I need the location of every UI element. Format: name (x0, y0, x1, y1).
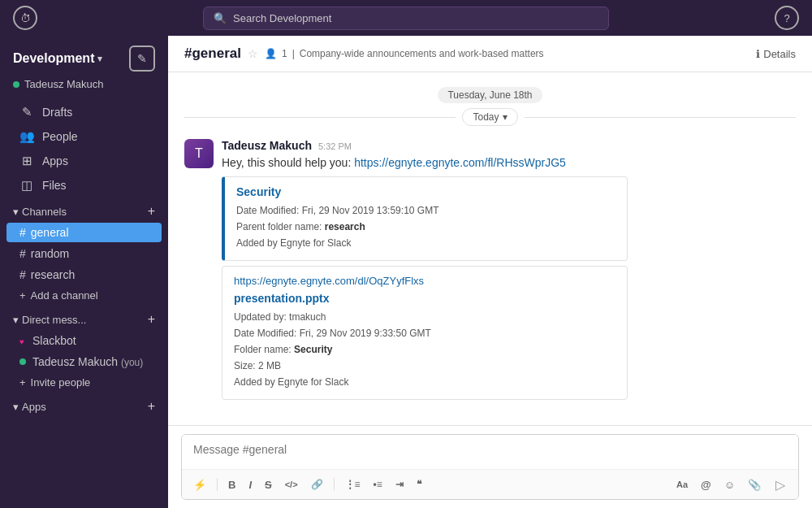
search-icon: 🔍 (214, 12, 227, 24)
channel-item-research[interactable]: # research (6, 265, 162, 284)
member-count: 1 (282, 48, 287, 59)
channel-item-random[interactable]: # random (6, 244, 162, 263)
sidebar: Development ▾ ✎ Tadeusz Makuch ✎ Drafts … (0, 36, 168, 508)
main-content: #general ☆ 👤 1 | Company-wide announceme… (168, 36, 812, 508)
sidebar-item-apps[interactable]: ⊞ Apps (6, 150, 162, 172)
lightning-button[interactable]: ⚡ (188, 475, 211, 494)
link-button[interactable]: 🔗 (306, 475, 328, 493)
workspace-label: Development (13, 51, 94, 66)
people-icon: 👥 (19, 129, 34, 144)
dm-section-left: ▾ Direct mess... (13, 314, 86, 326)
dm-item-slackbot[interactable]: ♥ Slackbot (6, 331, 162, 350)
message-link[interactable]: https://egnyte.egnyte.com/fl/RHssWprJG5 (354, 156, 566, 169)
attachment-link-2[interactable]: https://egnyte.egnyte.com/dl/OqZYyfFlxs (234, 275, 615, 287)
online-status-dot (13, 81, 19, 88)
indent-button[interactable]: ⇥ (391, 475, 408, 493)
attachment-updated-by: Updated by: tmakuch (234, 310, 615, 324)
sidebar-item-label: Drafts (42, 106, 72, 119)
parent-folder-val: research (325, 221, 365, 232)
details-label: Details (763, 48, 796, 60)
dm-collapse-icon: ▾ (13, 314, 19, 326)
workspace-name[interactable]: Development ▾ (13, 51, 102, 66)
bold-button[interactable]: B (223, 475, 240, 494)
attachment-added-by-2: Added by Egnyte for Slack (234, 375, 615, 389)
dm-name: Slackbot (32, 334, 76, 347)
emoji-button[interactable]: ☺ (719, 475, 740, 494)
slackbot-heart-icon: ♥ (19, 337, 26, 344)
channel-name-heading: #general (184, 46, 241, 62)
dm-section-header[interactable]: ▾ Direct mess... + (0, 306, 168, 330)
sidebar-item-people[interactable]: 👥 People (6, 125, 162, 148)
add-channel-label: Add a channel (31, 289, 98, 302)
online-dot (19, 358, 26, 365)
attach-button[interactable]: 📎 (743, 475, 766, 494)
attachment-file-title[interactable]: presentation.pptx (234, 292, 615, 305)
mention-button[interactable]: @ (696, 475, 716, 494)
channel-header-left: #general ☆ 👤 1 | Company-wide announceme… (184, 46, 544, 62)
channel-header: #general ☆ 👤 1 | Company-wide announceme… (168, 36, 812, 72)
apps-icon: ⊞ (19, 154, 34, 168)
channels-section-header[interactable]: ▾ Channels + (0, 198, 168, 222)
toolbar-divider-1 (217, 478, 218, 491)
dm-item-tadeusz[interactable]: Tadeusz Makuch (you) (6, 352, 162, 371)
message-input[interactable] (182, 435, 798, 466)
author-name: Tadeusz Makuch (222, 139, 312, 152)
files-icon: ◫ (19, 178, 34, 193)
code-button[interactable]: </> (280, 476, 303, 493)
channel-hash-icon: # (19, 226, 26, 239)
updated-by-val: tmakuch (289, 311, 326, 323)
details-button[interactable]: ℹ Details (756, 48, 796, 60)
attachment-card-2: https://egnyte.egnyte.com/dl/OqZYyfFlxs … (222, 266, 628, 400)
date-prev-label: Tuesday, June 18th (438, 87, 542, 103)
size-val: 2 MB (258, 360, 281, 371)
message-text-content: Hey, this should help you: (222, 156, 351, 169)
attachment-date-modified-1: Date Modified: Fri, 29 Nov 2019 13:59:10… (236, 203, 615, 218)
divider-line-right (525, 117, 796, 118)
folder-name-val: Security (294, 344, 332, 355)
top-bar-left: ⏱ (13, 6, 37, 30)
date-today-button[interactable]: Today ▾ (462, 108, 517, 126)
compose-button[interactable]: ✎ (129, 46, 155, 72)
help-icon[interactable]: ? (775, 6, 799, 30)
history-icon[interactable]: ⏱ (13, 6, 37, 30)
channel-hash-icon: # (19, 268, 26, 281)
message-body: Tadeusz Makuch 5:32 PM Hey, this should … (222, 139, 796, 400)
channels-section-label: Channels (22, 206, 67, 218)
add-app-icon[interactable]: + (148, 399, 155, 414)
channel-hash-icon: # (19, 247, 26, 260)
add-dm-icon[interactable]: + (148, 312, 155, 327)
unordered-list-button[interactable]: •≡ (369, 475, 387, 493)
invite-icon: + (19, 376, 26, 389)
toolbar-right: Aa @ ☺ 📎 ▷ (672, 473, 792, 496)
font-button[interactable]: Aa (672, 476, 693, 493)
send-button[interactable]: ▷ (769, 473, 792, 496)
italic-button[interactable]: I (244, 475, 257, 494)
apps-section-left: ▾ Apps (13, 401, 46, 413)
attachment-title-1[interactable]: Security (236, 185, 615, 198)
invite-label: Invite people (31, 376, 91, 389)
add-channel-icon[interactable]: + (148, 204, 155, 219)
channel-meta: 👤 1 | Company-wide announcements and wor… (265, 48, 544, 59)
add-channel-button[interactable]: + Add a channel (6, 286, 162, 305)
channel-star-icon[interactable]: ☆ (248, 47, 258, 60)
sidebar-item-files[interactable]: ◫ Files (6, 174, 162, 197)
sidebar-item-label: Files (42, 179, 67, 192)
sidebar-item-drafts[interactable]: ✎ Drafts (6, 101, 162, 124)
divider-line-left (184, 117, 456, 118)
message-toolbar: ⚡ B I S </> 🔗 ⋮≡ •≡ ⇥ ❝ Aa @ ☺ (182, 469, 798, 499)
strikethrough-button[interactable]: S (260, 475, 277, 494)
apps-section-header[interactable]: ▾ Apps + (0, 393, 168, 417)
apps-collapse-icon: ▾ (13, 401, 19, 413)
added-by-val-1: Egnyte for Slack (280, 237, 351, 249)
search-placeholder: Search Development (233, 12, 331, 24)
search-bar[interactable]: 🔍 Search Development (203, 7, 609, 30)
channel-item-general[interactable]: # general (6, 223, 162, 242)
invite-people-button[interactable]: + Invite people (6, 373, 162, 392)
ordered-list-button[interactable]: ⋮≡ (340, 475, 365, 493)
message-time: 5:32 PM (318, 141, 352, 151)
dm-name: Tadeusz Makuch (you) (32, 355, 143, 368)
messages-area: Tuesday, June 18th Today ▾ T Tadeusz Mak (168, 72, 812, 425)
top-bar: ⏱ 🔍 Search Development ? (0, 0, 812, 36)
block-quote-button[interactable]: ❝ (412, 475, 426, 493)
workspace-chevron: ▾ (97, 54, 102, 64)
